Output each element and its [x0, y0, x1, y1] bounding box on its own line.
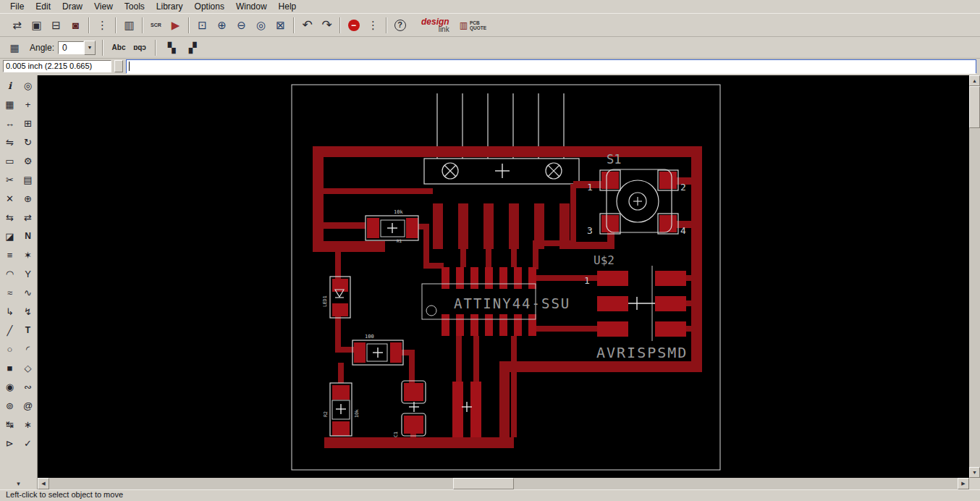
- name-tool[interactable]: N: [20, 228, 36, 244]
- angle-select[interactable]: 0 ▼: [58, 41, 96, 55]
- vertical-scroll-track[interactable]: [969, 128, 980, 467]
- ripup-icon: ↯: [24, 306, 32, 317]
- drc-tool[interactable]: ✓: [20, 435, 36, 451]
- coordinate-mode-button[interactable]: [114, 60, 123, 72]
- save-button[interactable]: ▣: [28, 16, 46, 34]
- pcb-quote-button[interactable]: ▥ PCB QUOTE: [460, 20, 486, 30]
- script-button[interactable]: SCR: [147, 16, 165, 34]
- horizontal-scroll-thumb[interactable]: [453, 478, 514, 489]
- change-tool[interactable]: ⚙: [20, 153, 36, 169]
- rotate-tool[interactable]: ↻: [20, 134, 36, 150]
- layer-settings-button[interactable]: ▥: [120, 16, 138, 34]
- horizontal-scroll-track[interactable]: [49, 478, 958, 489]
- auto-tool[interactable]: ⊳: [1, 435, 18, 451]
- via-tool[interactable]: ◉: [1, 379, 18, 395]
- switch-board-schematic-button[interactable]: ⇄: [8, 16, 26, 34]
- scroll-up-button[interactable]: ▲: [969, 75, 980, 86]
- menu-edit[interactable]: Edit: [30, 1, 56, 12]
- wire-tool[interactable]: ╱: [1, 322, 18, 338]
- route-tool[interactable]: ↳: [1, 303, 18, 319]
- mirror-tool[interactable]: ⇋: [1, 134, 18, 150]
- hole-icon: ⊚: [6, 400, 14, 411]
- scroll-right-button[interactable]: ▶: [958, 478, 969, 489]
- zoom-select-button[interactable]: ⊠: [271, 16, 290, 34]
- go-button[interactable]: ⋮: [364, 16, 382, 34]
- connector-j1[interactable]: [424, 93, 579, 184]
- text-tool[interactable]: T: [20, 322, 36, 338]
- smash-icon: ✶: [24, 250, 32, 261]
- abc-button[interactable]: Abc: [110, 39, 127, 56]
- zoom-in-button[interactable]: ⊕: [213, 16, 231, 34]
- smash-tool[interactable]: ✶: [20, 247, 36, 263]
- scroll-left-button[interactable]: ◀: [38, 478, 49, 489]
- run-button[interactable]: ▶: [166, 16, 185, 34]
- info-tool[interactable]: i: [1, 77, 18, 93]
- grid-button[interactable]: ▦: [6, 39, 23, 56]
- zoom-out-button[interactable]: ⊖: [232, 16, 250, 34]
- paste-tool[interactable]: ▤: [20, 172, 36, 188]
- menu-window[interactable]: Window: [230, 1, 273, 12]
- zoom-fit-button[interactable]: ⊡: [193, 16, 211, 34]
- design-link-button[interactable]: design link: [421, 18, 449, 33]
- miter-tool[interactable]: ◠: [1, 266, 18, 282]
- command-input[interactable]: [127, 62, 976, 74]
- group-tool[interactable]: ▭: [1, 153, 18, 169]
- vertical-scroll-thumb[interactable]: [969, 86, 980, 128]
- display-top-bottom-button[interactable]: ▚: [163, 39, 180, 56]
- scroll-down-button[interactable]: ▼: [969, 467, 980, 478]
- ratsnest-tool[interactable]: ∗: [20, 416, 36, 432]
- menu-view[interactable]: View: [88, 1, 119, 12]
- move-icon: ↔: [5, 118, 14, 129]
- lock-tool[interactable]: ◪: [1, 228, 18, 244]
- menu-draw[interactable]: Draw: [56, 1, 88, 12]
- show-tool[interactable]: ◎: [20, 77, 36, 93]
- meander-tool[interactable]: ≈: [1, 285, 18, 300]
- menu-tools[interactable]: Tools: [119, 1, 151, 12]
- menu-help[interactable]: Help: [273, 1, 303, 12]
- board-canvas[interactable]: S1 1 2 3 4 U$2 1 ATTINY44-SSU AVRI: [38, 75, 969, 478]
- menu-options[interactable]: Options: [189, 1, 230, 12]
- zoom-redraw-button[interactable]: ◎: [252, 16, 270, 34]
- mark-tool[interactable]: +: [20, 96, 36, 112]
- attribute-tool[interactable]: @: [20, 397, 36, 413]
- display-tool[interactable]: ▦: [1, 96, 18, 112]
- signal-tool[interactable]: ∾: [20, 379, 36, 395]
- redo-button[interactable]: ↷: [318, 16, 336, 34]
- ripup-tool[interactable]: ↯: [20, 303, 36, 319]
- vertical-scrollbar[interactable]: ▲ ▼: [969, 75, 980, 478]
- circle-tool[interactable]: ○: [1, 341, 18, 357]
- component-ic1[interactable]: ATTINY44-SSU: [422, 284, 570, 319]
- tool-palette-more-button[interactable]: ▾: [0, 478, 38, 489]
- polygon-tool[interactable]: ◇: [20, 360, 36, 376]
- module-label: AVRISPSMD: [596, 344, 688, 361]
- undo-button[interactable]: ↶: [298, 16, 316, 34]
- help-button[interactable]: ?: [391, 16, 409, 34]
- cut-tool[interactable]: ✂: [1, 172, 18, 188]
- cam-button[interactable]: ◙: [67, 16, 85, 34]
- move-tool[interactable]: ↔: [1, 115, 18, 131]
- rect-tool[interactable]: ■: [1, 360, 18, 376]
- copy-tool[interactable]: ⊞: [20, 115, 36, 131]
- menu-library[interactable]: Library: [151, 1, 189, 12]
- add-tool[interactable]: ⊕: [20, 190, 36, 206]
- pinswap-tool[interactable]: ⇆: [1, 209, 18, 225]
- replace-tool[interactable]: ⇄: [20, 209, 36, 225]
- arc-tool[interactable]: ◜: [20, 341, 36, 357]
- abc-mirrored-button[interactable]: ɒqɔ: [131, 39, 148, 56]
- hole-tool[interactable]: ⊚: [1, 397, 18, 413]
- value-tool[interactable]: ≡: [1, 247, 18, 263]
- angle-dropdown-button[interactable]: ▼: [84, 41, 96, 55]
- optimize-tool[interactable]: ∿: [20, 285, 36, 300]
- dimension-tool[interactable]: ↹: [1, 416, 18, 432]
- display-current-layer-button[interactable]: ▞: [184, 39, 201, 56]
- split-tool[interactable]: Y: [20, 266, 36, 282]
- delete-tool[interactable]: ✕: [1, 190, 18, 206]
- zoom-select-icon: ⊠: [276, 20, 285, 30]
- ulp-button[interactable]: ⋮: [93, 16, 111, 34]
- menu-file[interactable]: File: [4, 1, 30, 12]
- stop-button[interactable]: −: [345, 16, 363, 34]
- toolbar-separator: [115, 17, 117, 33]
- command-input-wrapper: [126, 59, 976, 73]
- print-button[interactable]: ⊟: [47, 16, 65, 34]
- component-jp1[interactable]: [462, 402, 472, 412]
